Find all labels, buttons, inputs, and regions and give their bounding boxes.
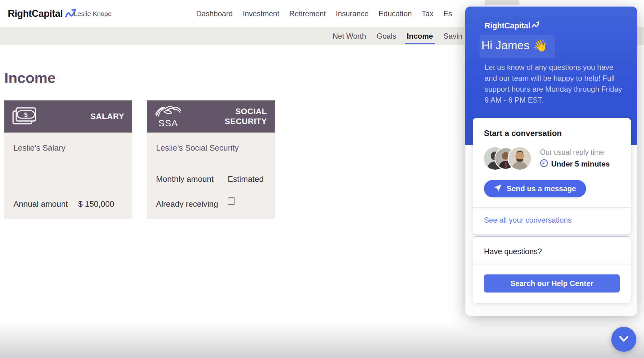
- chat-logo-text: RightCapital: [485, 21, 530, 30]
- already-receiving-checkbox[interactable]: [228, 197, 235, 205]
- income-cards: $ SALARY Leslie’s Salary Annual amount $…: [4, 100, 275, 219]
- see-all-conversations-link[interactable]: See all your conversations: [473, 208, 631, 234]
- trend-up-arrow-icon: [532, 20, 541, 31]
- salary-owner-name: Leslie’s Salary: [13, 143, 65, 153]
- start-conversation-card: Start a conversation Our usual reply tim…: [473, 118, 631, 234]
- search-help-center-button[interactable]: Search our Help Center: [484, 274, 620, 293]
- client-name[interactable]: Leslie Knope: [74, 0, 111, 27]
- dollar-bill-icon: $: [12, 107, 36, 126]
- active-tab-underline: [405, 43, 435, 44]
- page-bottom-fade: [0, 322, 644, 358]
- tab-goals[interactable]: Goals: [377, 27, 396, 45]
- social-security-card[interactable]: SSA SOCIAL SECURITY Leslie’s Social Secu…: [147, 100, 275, 219]
- clock-icon: [540, 159, 548, 169]
- support-team-avatars: [484, 146, 533, 171]
- chat-support-message: Let us know of any questions you have an…: [485, 62, 622, 105]
- app-page: RightCapital Leslie Knope Dashboard Inve…: [0, 0, 644, 358]
- salary-card-title: SALARY: [90, 112, 124, 121]
- tab-net-worth[interactable]: Net Worth: [333, 27, 366, 45]
- social-security-card-title: SOCIAL SECURITY: [217, 107, 267, 126]
- divider: [473, 264, 631, 264]
- nav-item-investment[interactable]: Investment: [243, 9, 279, 18]
- salary-card[interactable]: $ SALARY Leslie’s Salary Annual amount $…: [4, 100, 132, 219]
- nav-item-tax[interactable]: Tax: [422, 9, 433, 18]
- social-security-card-header: SSA SOCIAL SECURITY: [147, 100, 275, 133]
- annual-amount-value[interactable]: $ 150,000: [78, 199, 114, 209]
- tab-income-active[interactable]: Income: [407, 27, 433, 45]
- chat-widget: RightCapital Hi James 👋 Let us know of a…: [465, 7, 637, 316]
- paper-plane-icon: [494, 184, 502, 194]
- reply-time-value: Under 5 minutes: [551, 160, 610, 168]
- nav-item-insurance[interactable]: Insurance: [336, 9, 368, 18]
- avatar: [508, 146, 532, 171]
- tab-savings-truncated[interactable]: Savin: [443, 27, 462, 45]
- chevron-down-icon: [618, 336, 629, 343]
- nav-item-retirement[interactable]: Retirement: [289, 9, 326, 18]
- nav-item-education[interactable]: Education: [379, 9, 412, 18]
- rightcapital-logo[interactable]: RightCapital: [8, 0, 78, 27]
- social-security-card-body: Leslie’s Social Security Monthly amount …: [147, 133, 275, 219]
- wave-emoji: 👋: [533, 39, 547, 52]
- ssa-icon-text: SSA: [158, 119, 178, 128]
- already-receiving-label: Already receiving: [156, 199, 218, 209]
- page-title: Income: [4, 69, 56, 86]
- send-message-button[interactable]: Send us a message: [484, 180, 586, 197]
- salary-card-body: Leslie’s Salary Annual amount $ 150,000: [4, 133, 132, 219]
- header-artifact: [485, 0, 519, 5]
- nav-item-estate-truncated[interactable]: Es: [443, 9, 452, 18]
- chat-greeting: Hi James 👋: [481, 39, 547, 52]
- chat-brand-logo: RightCapital: [485, 20, 541, 31]
- have-questions-title: Have questions?: [473, 237, 631, 264]
- salary-card-header: $ SALARY: [4, 100, 132, 133]
- monthly-amount-label: Monthly amount: [156, 174, 214, 184]
- svg-text:$: $: [24, 111, 27, 118]
- social-security-owner-name: Leslie’s Social Security: [156, 143, 239, 153]
- annual-amount-label: Annual amount: [13, 199, 68, 209]
- chat-launcher-button[interactable]: [611, 327, 636, 352]
- monthly-amount-value[interactable]: Estimated: [228, 174, 264, 184]
- primary-nav: Dashboard Investment Retirement Insuranc…: [196, 0, 452, 27]
- start-conversation-title: Start a conversation: [484, 128, 620, 138]
- have-questions-card: Have questions? Search our Help Center: [473, 236, 631, 303]
- nav-item-dashboard[interactable]: Dashboard: [196, 9, 233, 18]
- logo-text: RightCapital: [8, 8, 63, 19]
- ssa-eagle-icon: SSA: [155, 105, 182, 128]
- reply-time-label: Our usual reply time: [540, 148, 610, 157]
